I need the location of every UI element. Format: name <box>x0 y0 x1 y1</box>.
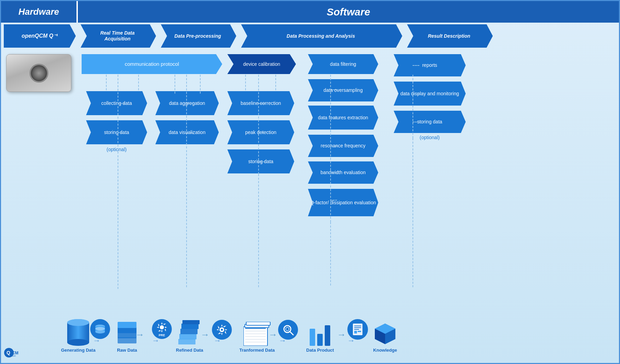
device-circle <box>29 64 48 83</box>
reports-label: reports <box>422 62 437 68</box>
resonance-freq-label: resonance frequency <box>321 143 366 149</box>
svg-rect-38 <box>354 329 359 330</box>
dash-rd-vert <box>413 75 413 138</box>
dash-dpa-l-h3 <box>258 161 265 162</box>
data-features-label: data features extraction <box>318 114 368 121</box>
dash-dpa-l-h2 <box>258 132 265 133</box>
gear-icon <box>215 323 228 336</box>
dash-dpa-l-h1 <box>258 103 265 104</box>
storing-data-rd-item: storing data <box>394 111 466 133</box>
svg-point-3 <box>67 319 89 326</box>
generating-data-label: Generating Data <box>61 348 95 353</box>
svg-point-30 <box>286 327 289 331</box>
report-icon <box>351 323 364 336</box>
dash-rtda-vert <box>118 75 118 154</box>
bandwidth-eval-label: bandwidth evaluation <box>321 169 366 175</box>
dash-rd-h1 <box>413 65 419 66</box>
svg-rect-24 <box>245 336 266 337</box>
svg-line-31 <box>290 331 293 335</box>
svg-point-12 <box>160 325 164 329</box>
svg-rect-21 <box>245 328 266 329</box>
hardware-header: Hardware <box>1 1 76 23</box>
optional-rtda: (optional) <box>86 147 147 152</box>
banner-openqcm-label: openQCM Q⁻¹ <box>22 33 58 39</box>
dash-rtda-v1 <box>106 75 107 94</box>
banner-dpp: Data Pre-processing <box>161 24 236 48</box>
flow-arrow-2: → <box>201 329 210 340</box>
dash-dpa-r-h1 <box>330 89 337 90</box>
pre-label: PRE <box>159 333 165 337</box>
svg-rect-37 <box>354 327 361 328</box>
gear-pre-icon <box>156 321 168 333</box>
dash-dpa-bot <box>258 174 259 287</box>
cube-icon <box>373 322 397 346</box>
hardware-label: Hardware <box>19 7 59 17</box>
banner-rtda-label: Real Time Data Acquisition <box>89 30 146 42</box>
svg-rect-14 <box>179 334 196 339</box>
device-calibration-label: device calibration <box>243 61 280 67</box>
svg-point-19 <box>221 329 223 331</box>
svg-rect-16 <box>181 324 199 329</box>
refined-data-label: Refined Data <box>176 348 203 353</box>
bandwidth-eval-item: bandwidth evaluation <box>308 161 378 184</box>
device-calibration-item: device calibration <box>227 54 296 74</box>
qfactor-label: Q-factor/ dissipation evaluation <box>310 199 376 206</box>
arrow-right-3: → <box>214 336 221 345</box>
banner-dpa-label: Data Processing and Analysis <box>287 33 355 39</box>
dash-dpa-l-vert <box>258 75 259 174</box>
dash-dpp-bot <box>186 150 187 287</box>
dash-dpa-r-h3 <box>330 146 337 146</box>
svg-rect-11 <box>118 322 136 328</box>
refined-data-icon <box>178 320 201 346</box>
svg-rect-23 <box>245 333 266 334</box>
dash-dpp-h1 <box>186 103 193 104</box>
svg-rect-22 <box>245 331 266 331</box>
qcm-logo-svg: Q CM open <box>4 347 26 359</box>
dash-rd-h3 <box>413 122 419 122</box>
raw-data-section: Raw Data <box>116 322 138 353</box>
svg-rect-17 <box>182 320 200 324</box>
svg-point-6 <box>95 330 105 333</box>
main-container: Hardware Software openQCM Q⁻¹ Real Time … <box>0 0 620 364</box>
header-divider <box>76 1 78 23</box>
svg-rect-13 <box>178 339 195 344</box>
svg-rect-40 <box>358 331 361 332</box>
table-stack-icon <box>243 322 271 346</box>
data-product-label: Data Product <box>306 348 334 353</box>
cylinder-icon <box>67 318 90 346</box>
dash-dpp-v1 <box>175 75 175 94</box>
transformed-data-label: Tranformed Data <box>239 348 275 353</box>
data-display-item: data display and monitoring <box>394 82 466 106</box>
raw-data-icon <box>116 322 138 346</box>
dash-dpa-r-bot <box>330 222 331 286</box>
comm-protocol-banner: communication protocol <box>82 54 222 74</box>
dash-rtda-h1 <box>118 103 124 104</box>
arrow-right-1: → <box>93 336 100 345</box>
svg-rect-15 <box>180 329 198 334</box>
dash-dpa-r-h2 <box>330 118 337 118</box>
svg-rect-28 <box>246 322 270 325</box>
dash-dpp-vert <box>186 75 187 148</box>
banner-rtda: Real Time Data Acquisition <box>81 24 156 48</box>
dash-rtda-v2 <box>138 75 139 94</box>
data-oversampling-label: data oversampling <box>323 87 362 93</box>
db-inner-icon <box>95 324 106 334</box>
bar-chart-icon <box>308 322 332 346</box>
svg-rect-32 <box>310 329 315 346</box>
svg-text:Q: Q <box>7 350 10 355</box>
dash-dpa-r-h4 <box>330 172 337 173</box>
collecting-data-label: collecting data <box>101 100 132 106</box>
raw-data-label: Raw Data <box>117 348 137 353</box>
flow-arrow-1: → <box>135 329 144 340</box>
dash-rtda-bot <box>118 155 118 289</box>
data-features-item: data features extraction <box>308 106 378 130</box>
optional-rd: (optional) <box>394 135 466 140</box>
storing-data-rtda-item: storing data <box>86 120 147 144</box>
banner-dpp-label: Data Pre-processing <box>174 33 221 39</box>
banner-openqcm: openQCM Q⁻¹ <box>4 24 76 48</box>
svg-point-2 <box>67 339 89 346</box>
data-filtering-item: data filtering <box>308 54 378 74</box>
arrow-right-5: → <box>347 336 355 345</box>
arrow-right-2: → <box>152 336 159 345</box>
svg-rect-26 <box>245 342 266 342</box>
